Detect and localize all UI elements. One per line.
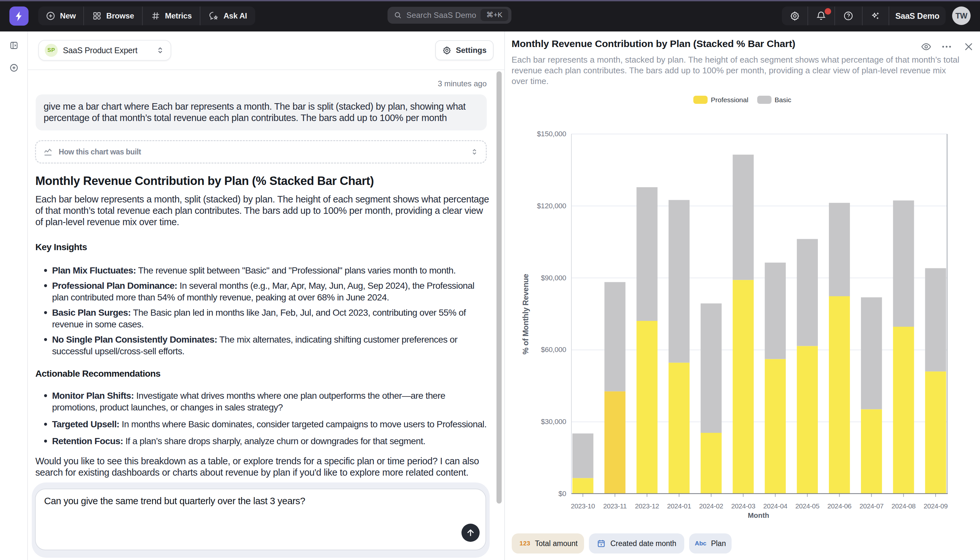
svg-text:$0: $0: [558, 490, 566, 498]
svg-text:$90,000: $90,000: [541, 274, 566, 282]
svg-text:2024-02: 2024-02: [699, 502, 723, 510]
svg-text:2023-12: 2023-12: [635, 502, 659, 510]
svg-text:2023-11: 2023-11: [603, 502, 627, 510]
svg-text:2024-08: 2024-08: [892, 502, 915, 510]
svg-text:2024-04: 2024-04: [763, 502, 788, 510]
svg-text:2024-07: 2024-07: [859, 502, 884, 510]
svg-text:$60,000: $60,000: [541, 345, 566, 353]
svg-text:$120,000: $120,000: [537, 202, 566, 210]
svg-text:2024-03: 2024-03: [731, 502, 755, 510]
svg-text:$30,000: $30,000: [541, 418, 566, 426]
svg-text:2023-10: 2023-10: [571, 502, 595, 510]
svg-text:2024-01: 2024-01: [667, 502, 691, 510]
svg-text:% of Monthly Revenue: % of Monthly Revenue: [521, 274, 530, 354]
svg-text:$150,000: $150,000: [537, 130, 566, 138]
svg-text:Month: Month: [748, 511, 769, 520]
svg-text:2024-09: 2024-09: [924, 502, 948, 510]
svg-text:2024-06: 2024-06: [827, 502, 851, 510]
svg-text:2024-05: 2024-05: [795, 502, 819, 510]
